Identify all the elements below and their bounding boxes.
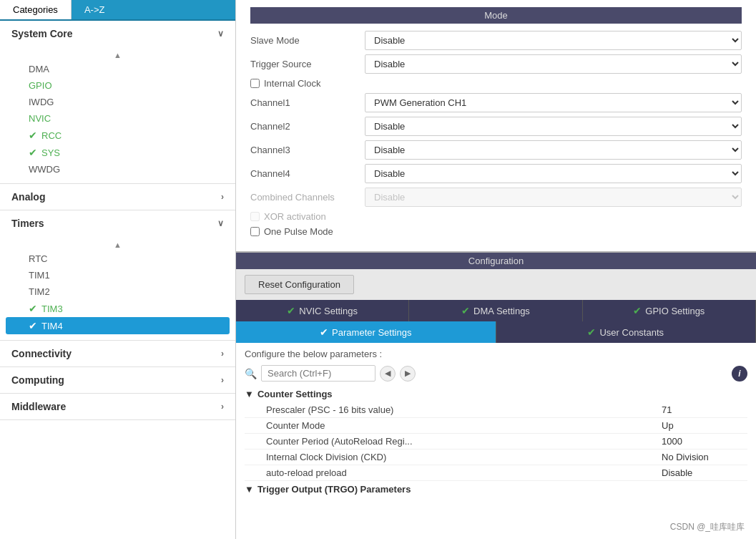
- sidebar-item-nvic[interactable]: NVIC: [0, 110, 235, 127]
- sidebar-item-dma[interactable]: DMA: [0, 61, 235, 77]
- search-row: 🔍 ◀ ▶ i: [245, 365, 747, 382]
- collapse-arrow-icon-trgo: ▼: [245, 484, 254, 495]
- section-analog: Analog ›: [0, 184, 235, 210]
- counter-settings-header[interactable]: ▼ Counter Settings: [245, 389, 747, 399]
- slave-mode-row: Slave Mode Disable: [250, 31, 742, 50]
- tab-parameter-settings[interactable]: ✔ Parameter Settings: [236, 321, 496, 343]
- trigger-output-header[interactable]: ▼ Trigger Output (TRGO) Parameters: [245, 484, 747, 495]
- section-middleware-header[interactable]: Middleware ›: [0, 394, 235, 419]
- sidebar-item-iwdg[interactable]: IWDG: [0, 94, 235, 110]
- search-icon: 🔍: [245, 368, 257, 379]
- section-computing: Computing ›: [0, 367, 235, 394]
- trigger-source-label: Trigger Source: [250, 59, 365, 69]
- combined-channels-select: Disable: [365, 188, 742, 207]
- chevron-down-icon: ∨: [217, 29, 224, 39]
- gpio-check-icon: ✔: [633, 305, 642, 316]
- channel2-select[interactable]: Disable: [365, 117, 742, 136]
- section-middleware: Middleware ›: [0, 394, 235, 420]
- sidebar-item-tim1[interactable]: TIM1: [0, 267, 235, 283]
- channel3-label: Channel3: [250, 145, 365, 155]
- tab-nvic-settings[interactable]: ✔ NVIC Settings: [236, 300, 409, 321]
- section-system-core: System Core ∨ ▲ DMA GPIO IWDG NVIC ✔RCC …: [0, 21, 235, 184]
- tab-user-constants[interactable]: ✔ User Constants: [496, 321, 757, 343]
- internal-clock-row: Internal Clock: [250, 78, 742, 89]
- param-row-counter-mode: Counter Mode Up: [245, 418, 747, 434]
- trigger-source-select[interactable]: Disable: [365, 54, 742, 74]
- info-button[interactable]: i: [732, 366, 747, 382]
- tab-categories[interactable]: Categories: [0, 0, 72, 19]
- xor-row: XOR activation: [250, 211, 742, 222]
- collapse-arrow-icon: ▼: [245, 389, 254, 399]
- internal-clock-label: Internal Clock: [264, 78, 320, 89]
- section-timers-header[interactable]: Timers ∨: [0, 210, 235, 236]
- xor-label: XOR activation: [264, 211, 326, 222]
- user-check-icon: ✔: [587, 326, 596, 338]
- scroll-up-arrow[interactable]: ▲: [0, 49, 235, 61]
- section-connectivity-header[interactable]: Connectivity ›: [0, 341, 235, 366]
- internal-clock-checkbox[interactable]: [250, 79, 260, 88]
- channel2-label: Channel2: [250, 121, 365, 132]
- chevron-right-icon-middleware: ›: [221, 402, 224, 412]
- timers-scroll-up[interactable]: ▲: [0, 239, 235, 251]
- config-section: Configuration Reset Configuration ✔ NVIC…: [236, 253, 756, 539]
- chevron-right-icon-connectivity: ›: [221, 349, 224, 359]
- one-pulse-label: One Pulse Mode: [264, 226, 333, 237]
- tab-a-to-z[interactable]: A->Z: [72, 0, 118, 19]
- channel3-select[interactable]: Disable: [365, 140, 742, 160]
- sidebar-item-wwdg[interactable]: WWDG: [0, 161, 235, 178]
- xor-checkbox: [250, 212, 260, 221]
- sidebar-item-tim4[interactable]: ✔TIM4: [6, 317, 230, 334]
- search-next-button[interactable]: ▶: [400, 366, 416, 382]
- slave-mode-label: Slave Mode: [250, 35, 365, 46]
- channel1-label: Channel1: [250, 97, 365, 108]
- one-pulse-row: One Pulse Mode: [250, 226, 742, 237]
- tab-gpio-settings[interactable]: ✔ GPIO Settings: [583, 300, 756, 321]
- sidebar-item-sys[interactable]: ✔SYS: [0, 144, 235, 161]
- param-row-auto-reload: auto-reload preload Disable: [245, 465, 747, 481]
- slave-mode-select[interactable]: Disable: [365, 31, 742, 50]
- mode-header: Mode: [250, 7, 742, 24]
- search-input[interactable]: [261, 365, 375, 382]
- config-desc: Configure the below parameters :: [245, 349, 747, 359]
- tab-dma-settings[interactable]: ✔ DMA Settings: [409, 300, 582, 321]
- sidebar-item-rtc[interactable]: RTC: [0, 251, 235, 267]
- channel1-row: Channel1 PWM Generation CH1: [250, 93, 742, 112]
- watermark: CSDN @_哇库哇库: [670, 521, 745, 533]
- config-header: Configuration: [236, 253, 756, 269]
- chevron-down-icon-timers: ∨: [217, 218, 224, 228]
- section-connectivity: Connectivity ›: [0, 341, 235, 367]
- section-system-core-header[interactable]: System Core ∨: [0, 21, 235, 47]
- system-core-items: ▲ DMA GPIO IWDG NVIC ✔RCC ✔SYS WWDG: [0, 47, 235, 183]
- mode-section: Mode Slave Mode Disable Trigger Source D…: [236, 0, 756, 253]
- chevron-right-icon-computing: ›: [221, 375, 224, 385]
- reset-config-button[interactable]: Reset Configuration: [245, 275, 354, 294]
- channel2-row: Channel2 Disable: [250, 117, 742, 136]
- param-row-clock-division: Internal Clock Division (CKD) No Divisio…: [245, 450, 747, 465]
- section-analog-header[interactable]: Analog ›: [0, 184, 235, 210]
- section-timers: Timers ∨ ▲ RTC TIM1 TIM2 ✔TIM3 ✔TIM4: [0, 210, 235, 341]
- chevron-right-icon: ›: [221, 192, 224, 202]
- param-row-counter-period: Counter Period (AutoReload Regi... 1000: [245, 434, 747, 450]
- combined-channels-row: Combined Channels Disable: [250, 188, 742, 207]
- main-panel: Mode Slave Mode Disable Trigger Source D…: [236, 0, 756, 539]
- sidebar-item-tim3[interactable]: ✔TIM3: [0, 300, 235, 317]
- sidebar-item-gpio[interactable]: GPIO: [0, 77, 235, 94]
- config-top: Reset Configuration: [236, 269, 756, 300]
- param-check-icon: ✔: [320, 326, 328, 338]
- one-pulse-checkbox[interactable]: [250, 227, 260, 236]
- channel1-select[interactable]: PWM Generation CH1: [365, 93, 742, 112]
- section-computing-header[interactable]: Computing ›: [0, 367, 235, 393]
- channel3-row: Channel3 Disable: [250, 140, 742, 160]
- sidebar-item-rcc[interactable]: ✔RCC: [0, 127, 235, 144]
- sidebar-item-tim2[interactable]: TIM2: [0, 283, 235, 300]
- sidebar-tab-bar: Categories A->Z: [0, 0, 235, 21]
- param-row-prescaler: Prescaler (PSC - 16 bits value) 71: [245, 402, 747, 418]
- config-tabs-row1: ✔ NVIC Settings ✔ DMA Settings ✔ GPIO Se…: [236, 300, 756, 321]
- channel4-select[interactable]: Disable: [365, 164, 742, 183]
- channel4-row: Channel4 Disable: [250, 164, 742, 183]
- config-tabs-row2: ✔ Parameter Settings ✔ User Constants: [236, 321, 756, 343]
- search-prev-button[interactable]: ◀: [380, 366, 396, 382]
- timers-items: ▲ RTC TIM1 TIM2 ✔TIM3 ✔TIM4: [0, 236, 235, 340]
- counter-settings-group: ▼ Counter Settings Prescaler (PSC - 16 b…: [245, 389, 747, 481]
- config-content: Configure the below parameters : 🔍 ◀ ▶ i…: [236, 343, 756, 539]
